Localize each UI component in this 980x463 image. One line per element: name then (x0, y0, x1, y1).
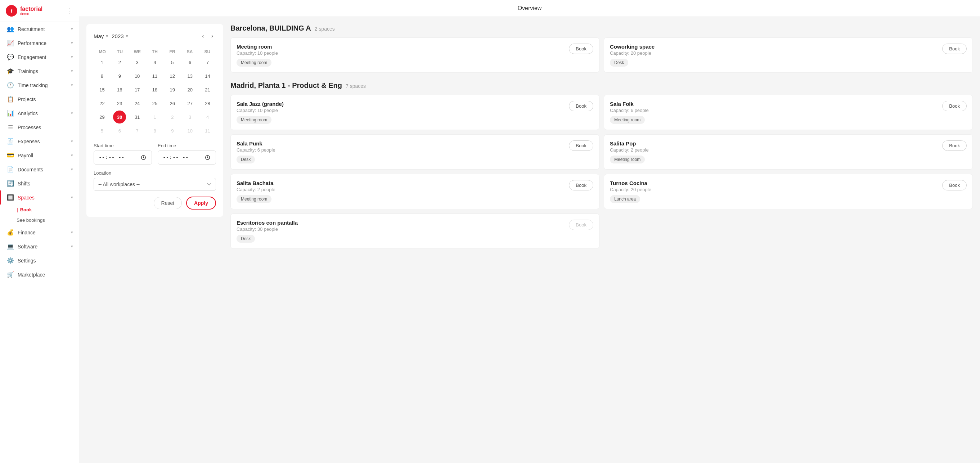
space-tag-1-0: Meeting room (237, 116, 272, 124)
cal-day-14[interactable]: 14 (199, 70, 216, 83)
space-info-1-3: Salita Pop Capacity: 2 people (610, 140, 649, 153)
space-info-1-4: Salita Bachata Capacity: 2 people (237, 180, 275, 192)
cal-day-28[interactable]: 28 (199, 97, 216, 110)
sidebar-item-spaces[interactable]: 🔲 Spaces ▾ (0, 191, 79, 205)
location-select[interactable]: -- All workplaces -- (94, 178, 216, 191)
month-select[interactable]: May ▼ (94, 33, 109, 39)
sidebar-item-settings[interactable]: ⚙️ Settings (0, 253, 79, 267)
space-capacity-1-5: Capacity: 20 people (610, 187, 651, 192)
cal-day-27[interactable]: 27 (181, 97, 198, 110)
cal-day-5[interactable]: 5 (164, 56, 181, 69)
apply-button[interactable]: Apply (186, 197, 216, 210)
cal-day-22[interactable]: 22 (94, 97, 111, 110)
book-button-1-3[interactable]: Book (942, 140, 967, 151)
next-month-button[interactable]: › (208, 31, 216, 41)
cal-day-next-9[interactable]: 9 (164, 124, 181, 137)
cal-day-4[interactable]: 4 (146, 56, 164, 69)
cal-day-29[interactable]: 29 (94, 111, 111, 124)
sidebar-item-time-tracking[interactable]: 🕐 Time tracking ▾ (0, 78, 79, 92)
cal-day-10[interactable]: 10 (129, 70, 146, 83)
sidebar-label-shifts: Shifts (18, 181, 30, 186)
space-name-1-3: Salita Pop (610, 140, 649, 146)
sidebar-item-software[interactable]: 💻 Software ▾ (0, 239, 79, 253)
space-card-top-1-5: Turnos Cocina Capacity: 20 people Book (610, 180, 967, 192)
cal-day-30-today[interactable]: 30 (113, 111, 126, 124)
end-time-field: End time (158, 143, 216, 164)
book-button-1-1[interactable]: Book (942, 101, 967, 111)
sidebar-sub-book[interactable]: Book (0, 205, 79, 215)
cal-day-13[interactable]: 13 (181, 70, 198, 83)
reset-button[interactable]: Reset (154, 197, 182, 209)
cal-day-next-10[interactable]: 10 (181, 124, 198, 137)
cal-day-20[interactable]: 20 (181, 83, 198, 96)
calendar-days: 1 2 3 4 5 6 7 8 9 10 11 12 13 14 15 (94, 56, 216, 137)
cal-day-next-6[interactable]: 6 (111, 124, 128, 137)
cal-day-3[interactable]: 3 (129, 56, 146, 69)
spaces-icon: 🔲 (7, 194, 14, 201)
cal-day-25[interactable]: 25 (146, 97, 164, 110)
sidebar-item-documents[interactable]: 📄 Documents ▾ (0, 162, 79, 177)
sidebar-label-marketplace: Marketplace (18, 272, 45, 278)
year-select[interactable]: 2023 ▼ (111, 33, 129, 39)
cal-day-26[interactable]: 26 (164, 97, 181, 110)
book-button-0-1[interactable]: Book (942, 44, 967, 54)
end-time-input[interactable] (158, 151, 216, 164)
cal-day-8[interactable]: 8 (94, 70, 111, 83)
cal-day-11[interactable]: 11 (146, 70, 164, 83)
cal-day-next-5[interactable]: 5 (94, 124, 111, 137)
finance-chevron-icon: ▾ (71, 230, 73, 235)
cal-day-next-4[interactable]: 4 (199, 111, 216, 124)
cal-day-2[interactable]: 2 (111, 56, 128, 69)
cal-day-12[interactable]: 12 (164, 70, 181, 83)
book-button-1-2[interactable]: Book (569, 140, 593, 151)
cal-day-31[interactable]: 31 (129, 111, 146, 124)
book-button-1-5[interactable]: Book (942, 180, 967, 191)
book-button-1-0[interactable]: Book (569, 101, 593, 111)
cal-day-16[interactable]: 16 (111, 83, 128, 96)
book-button-1-4[interactable]: Book (569, 180, 593, 191)
space-info-0-1: Coworking space Capacity: 20 people (610, 44, 654, 56)
space-name-0-1: Coworking space (610, 44, 654, 50)
menu-dots-icon[interactable]: ⋮ (67, 7, 73, 15)
cal-day-21[interactable]: 21 (199, 83, 216, 96)
space-tag-container-1-2: Desk (237, 156, 593, 164)
sidebar-item-projects[interactable]: 📋 Projects (0, 92, 79, 106)
sidebar-item-processes[interactable]: ☰ Processes (0, 120, 79, 134)
cal-day-next-1[interactable]: 1 (146, 111, 164, 124)
sidebar-sub-see-bookings[interactable]: See bookings (0, 215, 79, 225)
cal-day-next-11[interactable]: 11 (199, 124, 216, 137)
cal-day-15[interactable]: 15 (94, 83, 111, 96)
cal-day-24[interactable]: 24 (129, 97, 146, 110)
cal-day-7[interactable]: 7 (199, 56, 216, 69)
cal-day-next-2[interactable]: 2 (164, 111, 181, 124)
space-card-1-1: Sala Folk Capacity: 6 people Book Meetin… (604, 95, 973, 130)
cal-day-19[interactable]: 19 (164, 83, 181, 96)
space-card-top-1-2: Sala Punk Capacity: 6 people Book (237, 140, 593, 153)
cal-day-18[interactable]: 18 (146, 83, 164, 96)
sidebar-item-trainings[interactable]: 🎓 Trainings ▾ (0, 64, 79, 78)
sidebar-item-payroll[interactable]: 💳 Payroll ▾ (0, 148, 79, 162)
sidebar-item-performance[interactable]: 📈 Performance ▾ (0, 36, 79, 50)
space-tag-container-1-0: Meeting room (237, 116, 593, 124)
cal-day-next-8[interactable]: 8 (146, 124, 164, 137)
sidebar-item-analytics[interactable]: 📊 Analytics ▾ (0, 106, 79, 120)
start-time-input[interactable] (94, 151, 152, 164)
cal-day-9[interactable]: 9 (111, 70, 128, 83)
sidebar-item-recruitment[interactable]: 👥 Recruitment ▾ (0, 22, 79, 36)
sidebar-item-finance[interactable]: 💰 Finance ▾ (0, 225, 79, 239)
book-button-0-0[interactable]: Book (569, 44, 593, 54)
cal-day-17[interactable]: 17 (129, 83, 146, 96)
cal-day-23[interactable]: 23 (111, 97, 128, 110)
cal-day-next-3[interactable]: 3 (181, 111, 198, 124)
space-card-1-6: Escritorios con pantalla Capacity: 30 pe… (231, 213, 600, 249)
cal-day-1[interactable]: 1 (94, 56, 111, 69)
sidebar-item-shifts[interactable]: 🔄 Shifts (0, 177, 79, 191)
filter-panel: May ▼ 2023 ▼ ‹ › MO TU WE (86, 24, 223, 217)
sidebar-item-expenses[interactable]: 🧾 Expenses ▾ (0, 134, 79, 148)
sidebar-item-engagement[interactable]: 💬 Engagement ▾ (0, 50, 79, 64)
sidebar-item-marketplace[interactable]: 🛒 Marketplace (0, 267, 79, 282)
sidebar-nav: 👥 Recruitment ▾ 📈 Performance ▾ 💬 Engage… (0, 22, 79, 282)
cal-day-next-7[interactable]: 7 (129, 124, 146, 137)
cal-day-6[interactable]: 6 (181, 56, 198, 69)
prev-month-button[interactable]: ‹ (199, 31, 207, 41)
